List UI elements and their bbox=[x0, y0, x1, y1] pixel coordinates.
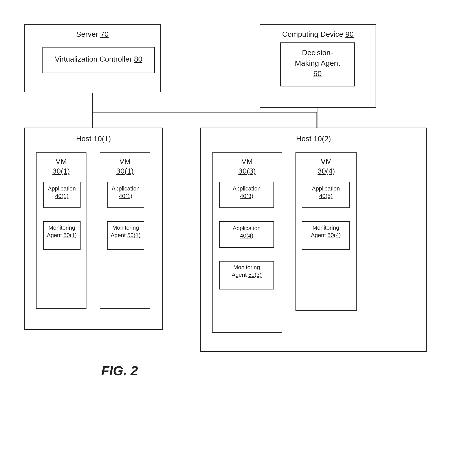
virt-ctrl-label: Virtualization Controller 80 bbox=[43, 54, 154, 64]
mon1-label: MonitoringAgent 50(1) bbox=[44, 224, 80, 239]
mon3-box: MonitoringAgent 50(3) bbox=[219, 261, 274, 290]
mon2-label: MonitoringAgent 50(1) bbox=[108, 224, 144, 239]
host2-box: Host 10(2) VM30(3) Application40(3) Appl… bbox=[200, 128, 427, 352]
mon4-number: 50(4) bbox=[327, 232, 341, 238]
decision-agent-label: Decision-Making Agent60 bbox=[281, 48, 354, 79]
app4-number: 40(4) bbox=[240, 232, 253, 239]
app2-box: Application40(1) bbox=[107, 182, 144, 208]
vm2-number: 30(1) bbox=[116, 167, 134, 175]
mon1-box: MonitoringAgent 50(1) bbox=[43, 221, 81, 250]
host2-label: Host 10(2) bbox=[201, 134, 426, 143]
mon2-number: 50(1) bbox=[127, 232, 141, 238]
mon4-label: MonitoringAgent 50(4) bbox=[302, 224, 349, 239]
computing-device-box: Computing Device 90 Decision-Making Agen… bbox=[260, 24, 376, 108]
virtualization-controller-box: Virtualization Controller 80 bbox=[42, 47, 155, 73]
computing-device-label: Computing Device 90 bbox=[260, 29, 376, 39]
vm3-number: 30(3) bbox=[238, 167, 256, 175]
app2-number: 40(1) bbox=[119, 193, 132, 199]
mon3-number: 50(3) bbox=[248, 271, 262, 278]
vm3-box: VM30(3) Application40(3) Application40(4… bbox=[212, 153, 282, 333]
mon1-number: 50(1) bbox=[63, 232, 77, 238]
mon3-label: MonitoringAgent 50(3) bbox=[220, 264, 274, 279]
vm1-box: VM30(1) Application40(1) MonitoringAgent… bbox=[36, 153, 87, 309]
vm1-label: VM30(1) bbox=[37, 156, 86, 176]
vm4-label: VM30(4) bbox=[296, 156, 357, 176]
vm1-number: 30(1) bbox=[52, 167, 70, 175]
app1-label: Application40(1) bbox=[44, 185, 80, 200]
app3-label: Application40(3) bbox=[220, 185, 274, 200]
decision-agent-number: 60 bbox=[313, 69, 322, 78]
host1-label: Host 10(1) bbox=[25, 134, 162, 143]
vm4-box: VM30(4) Application40(5) MonitoringAgent… bbox=[295, 153, 357, 311]
app3-number: 40(3) bbox=[240, 193, 253, 199]
diagram: Server 70 Virtualization Controller 80 C… bbox=[18, 18, 436, 392]
server-label: Server 70 bbox=[25, 29, 160, 39]
app3-box: Application40(3) bbox=[219, 182, 274, 208]
app4-box: Application40(4) bbox=[219, 221, 274, 248]
server-number: 70 bbox=[100, 30, 109, 38]
host1-number: 10(1) bbox=[94, 134, 111, 143]
server-box: Server 70 Virtualization Controller 80 bbox=[24, 24, 161, 92]
vm3-label: VM30(3) bbox=[212, 156, 282, 176]
app4-label: Application40(4) bbox=[220, 225, 274, 240]
virt-ctrl-number: 80 bbox=[134, 55, 142, 63]
app5-number: 40(5) bbox=[319, 193, 333, 199]
host1-box: Host 10(1) VM30(1) Application40(1) Moni… bbox=[24, 128, 163, 330]
app1-box: Application40(1) bbox=[43, 182, 81, 208]
app5-label: Application40(5) bbox=[302, 185, 349, 200]
mon4-box: MonitoringAgent 50(4) bbox=[302, 221, 350, 250]
vm2-label: VM30(1) bbox=[100, 156, 150, 176]
app1-number: 40(1) bbox=[55, 193, 69, 199]
app2-label: Application40(1) bbox=[108, 185, 144, 200]
computing-device-number: 90 bbox=[345, 30, 354, 38]
vm4-number: 30(4) bbox=[317, 167, 335, 175]
host2-number: 10(2) bbox=[314, 134, 331, 143]
figure-label: FIG. 2 bbox=[101, 363, 138, 378]
mon2-box: MonitoringAgent 50(1) bbox=[107, 221, 144, 250]
decision-making-agent-box: Decision-Making Agent60 bbox=[280, 42, 355, 86]
app5-box: Application40(5) bbox=[302, 182, 350, 208]
vm2-box: VM30(1) Application40(1) MonitoringAgent… bbox=[100, 153, 150, 309]
